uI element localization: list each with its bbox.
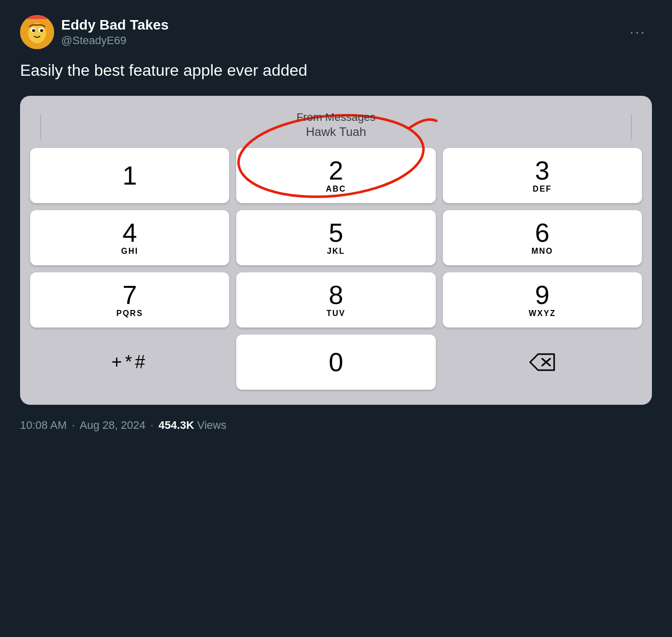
tweet-header-left: Eddy Bad Takes @SteadyE69 — [20, 15, 169, 49]
suggestion-bar: From Messages Hawk Tuah — [30, 106, 642, 148]
key-5[interactable]: 5 JKL — [236, 210, 435, 265]
suggestion-source: From Messages — [296, 111, 376, 124]
display-name: Eddy Bad Takes — [61, 17, 169, 33]
suggestion-word: Hawk Tuah — [296, 125, 376, 139]
key-6[interactable]: 6 MNO — [443, 210, 642, 265]
key-4[interactable]: 4 GHI — [30, 210, 229, 265]
key-7[interactable]: 7 PQRS — [30, 272, 229, 328]
key-8[interactable]: 8 TUV — [236, 272, 435, 328]
key-3[interactable]: 3 DEF — [443, 148, 642, 203]
tweet-header: Eddy Bad Takes @SteadyE69 ··· — [20, 15, 652, 49]
key-0[interactable]: 0 — [236, 335, 435, 390]
tweet-views: 454.3K Views — [158, 419, 226, 432]
keypad-grid: 1 2 ABC 3 DEF 4 GHI 5 JKL 6 MNO — [30, 148, 642, 390]
svg-point-4 — [32, 29, 35, 32]
tweet-date: Aug 28, 2024 — [80, 419, 145, 432]
key-sym[interactable]: +*# — [30, 335, 229, 390]
delete-icon — [528, 352, 556, 372]
username: @SteadyE69 — [61, 34, 169, 47]
svg-rect-6 — [26, 15, 48, 19]
avatar — [20, 15, 54, 49]
key-delete[interactable] — [443, 335, 642, 390]
tweet-card: Eddy Bad Takes @SteadyE69 ··· Easily the… — [0, 0, 672, 637]
keypad-container: From Messages Hawk Tuah 1 2 ABC 3 DEF 4 … — [20, 96, 652, 405]
tweet-text: Easily the best feature apple ever added — [20, 59, 652, 82]
key-9[interactable]: 9 WXYZ — [443, 272, 642, 328]
suggestion-text: From Messages Hawk Tuah — [296, 111, 376, 139]
tweet-timestamp: 10:08 AM — [20, 419, 67, 432]
user-info: Eddy Bad Takes @SteadyE69 — [61, 17, 169, 47]
more-options-button[interactable]: ··· — [624, 20, 652, 44]
tweet-footer: 10:08 AM · Aug 28, 2024 · 454.3K Views — [20, 419, 652, 432]
key-2[interactable]: 2 ABC — [236, 148, 435, 203]
svg-point-5 — [40, 29, 43, 32]
key-1[interactable]: 1 — [30, 148, 229, 203]
